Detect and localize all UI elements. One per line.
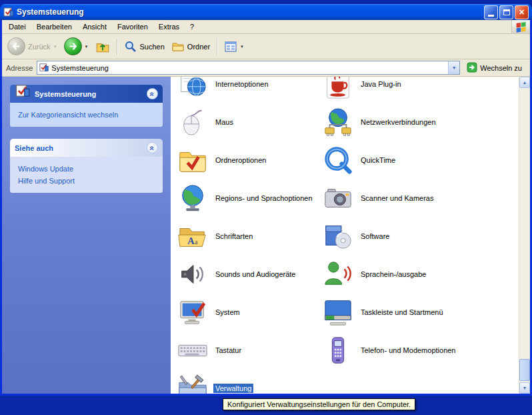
- panel-header-systemsteuerung[interactable]: Systemsteuerung«: [10, 85, 163, 103]
- cp-item-software[interactable]: Software: [323, 217, 516, 255]
- menu-item-favoriten[interactable]: Favoriten: [112, 20, 153, 33]
- keyboard-icon: [177, 335, 208, 366]
- maximize-button[interactable]: [499, 5, 513, 19]
- menu-item-help[interactable]: ?: [185, 20, 199, 33]
- folder-options-icon: [177, 145, 208, 175]
- forward-dropdown-icon[interactable]: ▼: [85, 45, 89, 49]
- panel-header-siehe-auch[interactable]: Siehe auch«: [10, 139, 163, 157]
- cp-item-label: Tastatur: [213, 346, 243, 355]
- cp-item-sounds-und-audioger-te[interactable]: Sounds und Audiogeräte: [177, 255, 316, 293]
- cp-item-label: Sounds und Audiogeräte: [213, 270, 298, 279]
- admin-tools-icon: [177, 373, 208, 394]
- scroll-down-button[interactable]: ▼: [519, 382, 530, 394]
- back-button[interactable]: Zurück ▼: [5, 35, 60, 57]
- cp-item-label: Java Plug-in: [359, 79, 403, 89]
- scroll-up-button[interactable]: ▲: [519, 77, 530, 88]
- cp-item-label: Maus: [213, 117, 235, 127]
- scanners-cameras-icon: [323, 183, 353, 214]
- cp-item-taskleiste-und-startmen[interactable]: Taskleiste und Startmenü: [323, 293, 516, 331]
- address-value: Systemsteuerung: [51, 64, 109, 72]
- back-dropdown-icon[interactable]: ▼: [53, 45, 57, 49]
- link-windows-update[interactable]: Windows Update: [17, 163, 156, 175]
- cp-item-verwaltung[interactable]: Verwaltung: [177, 369, 316, 394]
- cp-item-scanner-und-kameras[interactable]: Scanner und Kameras: [323, 179, 516, 217]
- phone-modem-icon: [323, 335, 353, 366]
- search-button[interactable]: Suchen: [121, 38, 167, 55]
- close-button[interactable]: ×: [515, 5, 529, 19]
- back-label: Zurück: [28, 43, 51, 51]
- cp-item-tastatur[interactable]: Tastatur: [177, 331, 316, 369]
- chevron-up-icon[interactable]: «: [147, 88, 158, 99]
- cp-item-schriftarten[interactable]: AaSchriftarten: [177, 217, 316, 255]
- window-body: DateiBearbeitenAnsichtFavoritenExtras? Z…: [0, 20, 532, 396]
- internet-options-icon: [177, 77, 208, 99]
- panel-body: Zur Kategorieansicht wechseln: [10, 103, 163, 127]
- cp-item-quicktime[interactable]: QuickTime: [323, 141, 516, 179]
- up-button[interactable]: [93, 37, 113, 56]
- menu-item-datei[interactable]: Datei: [3, 20, 31, 33]
- toolbar-separator: [117, 38, 117, 55]
- cp-item-maus[interactable]: Maus: [177, 103, 316, 141]
- cp-item-label: Sprachein-/ausgabe: [359, 270, 428, 279]
- vertical-scrollbar[interactable]: ▲ ▼: [519, 77, 530, 394]
- network-connections-icon: [323, 107, 353, 137]
- forward-button[interactable]: ▼: [61, 35, 91, 57]
- link-zur-kategorieansicht-wechseln[interactable]: Zur Kategorieansicht wechseln: [17, 109, 156, 121]
- views-dropdown-icon[interactable]: ▼: [240, 45, 244, 49]
- menu-item-extras[interactable]: Extras: [153, 20, 185, 33]
- sidebar-panel-siehe-auch: Siehe auch«Windows UpdateHilfe und Suppo…: [10, 139, 163, 193]
- scrollbar-thumb[interactable]: [519, 359, 530, 381]
- taskbar-start-icon: [323, 297, 353, 328]
- software-icon: [323, 221, 353, 252]
- link-hilfe-und-support[interactable]: Hilfe und Support: [17, 175, 156, 187]
- panel-title: Systemsteuerung: [35, 90, 96, 98]
- address-input[interactable]: Systemsteuerung ▼: [37, 61, 460, 75]
- cp-item-label: Scanner und Kameras: [359, 193, 435, 203]
- window-title: Systemsteuerung: [17, 7, 481, 17]
- views-button[interactable]: ▼: [221, 38, 247, 55]
- forward-arrow-icon: [64, 37, 82, 55]
- cp-item-netzwerkverbindungen[interactable]: Netzwerkverbindungen: [323, 103, 516, 141]
- go-label: Wechseln zu: [480, 64, 522, 72]
- control-panel-icon: [15, 83, 31, 99]
- menu-bar: DateiBearbeitenAnsichtFavoritenExtras?: [2, 20, 530, 34]
- cp-item-java-plug-in[interactable]: Java Plug-in: [323, 77, 516, 103]
- menu-item-bearbeiten[interactable]: Bearbeiten: [31, 20, 77, 33]
- java-icon: [323, 77, 353, 99]
- menu-item-ansicht[interactable]: Ansicht: [77, 20, 112, 33]
- content-column-2: Java Plug-inNetzwerkverbindungenQuickTim…: [323, 77, 516, 369]
- window-controls: ×: [484, 5, 529, 19]
- cp-item-internetoptionen[interactable]: Internetoptionen: [177, 77, 316, 103]
- minimize-button[interactable]: [484, 5, 498, 19]
- system-icon: [177, 297, 208, 328]
- fonts-icon: Aa: [177, 221, 208, 252]
- toolbar-separator: [217, 38, 217, 55]
- sidebar-panel-systemsteuerung: Systemsteuerung«Zur Kategorieansicht wec…: [10, 85, 163, 127]
- cp-item-sprachein-ausgabe[interactable]: Sprachein-/ausgabe: [323, 255, 516, 293]
- panel-body: Windows UpdateHilfe und Support: [10, 157, 163, 193]
- address-bar: Adresse Systemsteuerung ▼ Wechseln zu: [2, 59, 530, 77]
- cp-item-system[interactable]: System: [177, 293, 316, 331]
- windows-logo-icon: [511, 20, 530, 33]
- content-area: InternetoptionenMausOrdneroptionenRegion…: [171, 77, 519, 394]
- address-dropdown-button[interactable]: ▼: [448, 61, 459, 74]
- cp-item-label: Telefon- und Modemoptionen: [359, 346, 457, 355]
- cp-item-telefon-und-modemoptionen[interactable]: Telefon- und Modemoptionen: [323, 331, 516, 369]
- up-folder-icon: [95, 39, 110, 54]
- cp-item-label: Regions- und Sprachoptionen: [213, 193, 315, 203]
- main-area: Systemsteuerung«Zur Kategorieansicht wec…: [2, 77, 530, 394]
- folders-button[interactable]: Ordner: [169, 38, 213, 55]
- control-panel-icon: [3, 7, 14, 17]
- cp-item-ordneroptionen[interactable]: Ordneroptionen: [177, 141, 316, 179]
- region-language-icon: [177, 183, 208, 214]
- chevron-up-icon[interactable]: «: [147, 142, 158, 153]
- speech-icon: [323, 259, 353, 290]
- minimize-icon: [488, 15, 494, 17]
- maximize-icon: [503, 9, 510, 15]
- svg-text:A: A: [187, 236, 195, 246]
- title-bar[interactable]: Systemsteuerung ×: [0, 4, 532, 20]
- cp-item-regions-und-sprachoptionen[interactable]: Regions- und Sprachoptionen: [177, 179, 316, 217]
- toolbar: Zurück ▼ ▼ Suchen: [2, 34, 530, 59]
- mouse-icon: [177, 107, 208, 137]
- go-button[interactable]: Wechseln zu: [464, 61, 527, 75]
